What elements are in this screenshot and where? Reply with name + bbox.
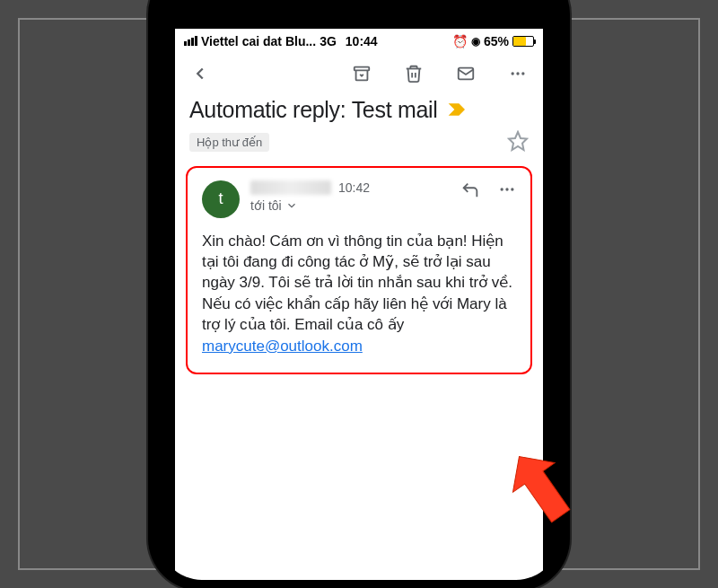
phone-device: Viettel cai dat Blu... 3G 10:44 ⏰ ◉ 65% <box>148 0 570 588</box>
toolbar <box>175 52 543 93</box>
location-icon: ◉ <box>471 35 480 48</box>
recipient-label: tới tôi <box>250 198 282 213</box>
back-button[interactable] <box>189 63 211 84</box>
recipient-line[interactable]: tới tôi <box>250 198 450 213</box>
email-body: Xin chào! Cám ơn vì thông tin của bạn! H… <box>202 231 516 357</box>
email-subject: Automatic reply: Test mail <box>189 97 438 123</box>
phone-bezel: Viettel cai dat Blu... 3G 10:44 ⏰ ◉ 65% <box>159 0 559 580</box>
battery-pct: 65% <box>484 34 509 48</box>
status-right: ⏰ ◉ 65% <box>452 34 534 48</box>
star-button[interactable] <box>507 130 529 155</box>
sender-info: 10:42 tới tôi <box>250 180 450 213</box>
inbox-label-chip[interactable]: Hộp thư đến <box>189 133 269 152</box>
svg-point-4 <box>521 72 524 75</box>
message-more-button[interactable] <box>498 180 516 204</box>
svg-point-2 <box>512 72 514 75</box>
svg-point-7 <box>505 188 508 190</box>
label-row: Hộp thư đến <box>175 127 543 166</box>
sender-row: t 10:42 tới tôi <box>202 180 516 218</box>
more-button[interactable] <box>507 63 529 84</box>
svg-point-3 <box>516 72 519 75</box>
message-actions <box>460 180 516 204</box>
subject-row: Automatic reply: Test mail <box>175 93 543 127</box>
svg-point-8 <box>511 188 513 190</box>
outer-frame: Viettel cai dat Blu... 3G 10:44 ⏰ ◉ 65% <box>18 18 700 570</box>
archive-button[interactable] <box>351 63 372 84</box>
sender-name-redacted <box>250 180 331 195</box>
email-card: t 10:42 tới tôi <box>186 166 532 375</box>
network-label: 3G <box>320 34 337 48</box>
carrier-label: Viettel cai dat Blu... <box>201 34 316 48</box>
svg-point-6 <box>501 188 503 190</box>
body-email-link[interactable]: marycute@outlook.com <box>202 338 363 355</box>
status-time: 10:44 <box>346 34 378 48</box>
chevron-down-icon <box>285 199 298 212</box>
delete-button[interactable] <box>403 63 425 84</box>
avatar[interactable]: t <box>202 180 240 218</box>
svg-rect-0 <box>355 66 370 70</box>
screen: Viettel cai dat Blu... 3G 10:44 ⏰ ◉ 65% <box>175 29 543 580</box>
battery-icon <box>512 36 534 47</box>
status-left: Viettel cai dat Blu... 3G 10:44 <box>184 34 378 48</box>
annotation-arrow-icon <box>509 446 594 536</box>
reply-button[interactable] <box>460 180 480 204</box>
svg-marker-5 <box>509 132 527 150</box>
message-time: 10:42 <box>338 180 370 195</box>
signal-icon <box>184 36 197 46</box>
status-bar: Viettel cai dat Blu... 3G 10:44 ⏰ ◉ 65% <box>175 29 543 52</box>
alarm-icon: ⏰ <box>452 34 468 48</box>
important-marker-icon[interactable] <box>447 102 465 117</box>
body-text: Xin chào! Cám ơn vì thông tin của bạn! H… <box>202 233 512 334</box>
mark-unread-button[interactable] <box>455 63 477 84</box>
